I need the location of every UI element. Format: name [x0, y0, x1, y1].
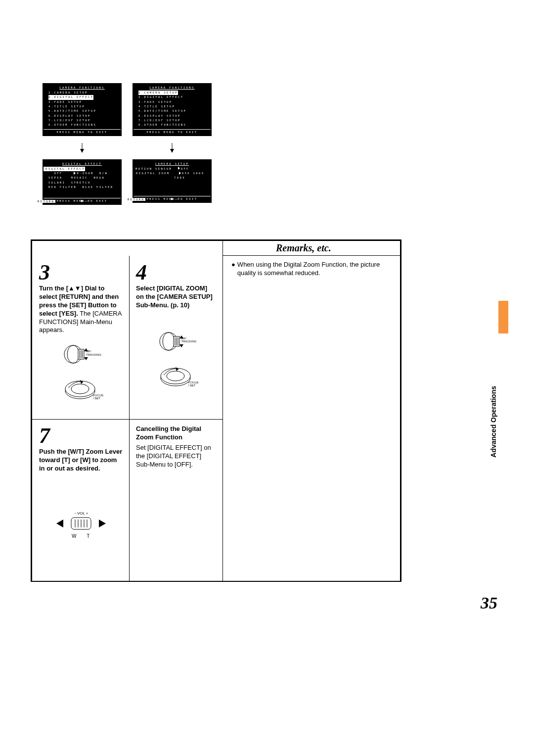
dial-icon: MF/TRACKING [159, 331, 194, 351]
menu-line: 3.FADE SETUP [48, 100, 121, 104]
step-text: Select [DIGITAL ZOOM] on the [CAMERA SET… [136, 284, 217, 310]
svg-marker-28 [56, 520, 63, 527]
main-frame: Remarks, etc. ●When using the Digital Zo… [31, 239, 401, 582]
menu-line: MOTION SENSOR OFF [135, 167, 211, 171]
screen-right-bottom: CAMERA SETUP MOTION SENSOR OFF DIGITAL Z… [133, 159, 212, 203]
menu-line: 2.DIGITAL EFFECT [48, 95, 93, 99]
screen-lines: 1.CAMERA SETUP 2.DIGITAL EFFECT 3.FADE S… [134, 91, 211, 128]
screen-title: CAMERA FUNCTIONS [134, 86, 211, 89]
step-number: 3 [39, 262, 123, 284]
menu-line: RED FILTER BLUE FILTER [45, 185, 121, 189]
menu-line: 700X [135, 176, 211, 180]
screen-left-bottom: DIGITAL EFFECT DIGITAL EFFECT OFF D.ZOOM… [43, 159, 122, 205]
control-illustration: MF/TRACKING FOCUS / SET [136, 331, 217, 388]
menu-line: 1.CAMERA SETUP [48, 91, 121, 95]
screen-title: DIGITAL EFFECT [44, 162, 121, 165]
dial-icon: MF/TRACKING [63, 344, 99, 364]
svg-marker-29 [99, 520, 106, 527]
screen-title: CAMERA FUNCTIONS [44, 86, 121, 89]
svg-point-17 [163, 332, 175, 350]
side-label: Advanced Operations [490, 386, 497, 458]
svg-marker-3 [170, 149, 174, 153]
menu-line: DIGITAL EFFECT [44, 167, 85, 171]
remarks-header: Remarks, etc. [222, 241, 400, 256]
knob-icon: FOCUS / SET [63, 377, 99, 401]
zoom-lever-icon: －VOL＋ W T [56, 512, 106, 539]
dial-label: MF/TRACKING [86, 350, 101, 356]
menu-line: DIGITAL ZOOM 45X 100X [135, 171, 211, 176]
screen-lines: DIGITAL EFFECT OFF D.ZOOM B/W SEPIA MOSA… [44, 167, 121, 190]
step-number: 7 [39, 425, 123, 447]
knob-label: FOCUS / SET [188, 381, 199, 387]
section-tab [498, 301, 508, 333]
divider [222, 241, 223, 582]
step-3: 3 Turn the [▲▼] Dial to select [RETURN] … [32, 256, 129, 401]
screen-footer: PRESS MENU TO EXIT [44, 129, 121, 134]
return-label: RETURN [37, 200, 55, 203]
menu-line: 8.OTHER FUNCTIONS [138, 123, 211, 127]
screen-left-bottom-wrap: DIGITAL EFFECT DIGITAL EFFECT OFF D.ZOOM… [43, 159, 122, 205]
screen-left-top: CAMERA FUNCTIONS 1.CAMERA SETUP 2.DIGITA… [43, 83, 122, 136]
menu-line: 7.LCD/EVF SETUP [138, 118, 211, 123]
knob-icon: FOCUS / SET [159, 364, 194, 388]
menu-line: 4.TITLE SETUP [138, 104, 211, 109]
screen-lines: MOTION SENSOR OFF DIGITAL ZOOM 45X 100X … [134, 167, 211, 181]
remarks-title: Remarks, etc. [276, 242, 331, 254]
cancel-body: Set [DIGITAL EFFECT] on the [DIGITAL EFF… [136, 444, 217, 469]
chevron-right-icon: ▶ ---- [171, 197, 179, 201]
menu-line: 5.DATE/TIME SETUP [138, 109, 211, 113]
svg-marker-1 [80, 149, 84, 153]
menu-line: 7.LCD/EVF SETUP [48, 118, 121, 123]
menu-line: 4.TITLE SETUP [48, 104, 121, 109]
dial-label: MF/TRACKING [181, 337, 197, 343]
screen-right-bottom-wrap: CAMERA SETUP MOTION SENSOR OFF DIGITAL Z… [133, 159, 212, 203]
screen-col-right: CAMERA FUNCTIONS 1.CAMERA SETUP 2.DIGITA… [133, 83, 212, 203]
step-text: Push the [W/T] Zoom Lever toward [T] or … [39, 448, 123, 473]
svg-marker-23 [179, 344, 183, 347]
menu-line: SEPIA MOSAIC NEGA [45, 176, 121, 180]
cancel-title: Cancelling the Digital Zoom Function [136, 425, 217, 442]
cancel-zoom: Cancelling the Digital Zoom Function Set… [129, 419, 222, 469]
screen-lines: 1.CAMERA SETUP 2.DIGITAL EFFECT 3.FADE S… [44, 91, 121, 128]
menu-line: 6.DISPLAY SETUP [138, 114, 211, 118]
screen-title: CAMERA SETUP [134, 162, 211, 165]
menu-line: 6.DISPLAY SETUP [48, 114, 121, 118]
menu-line: 3.FADE SETUP [138, 100, 211, 104]
menu-line: SOLARI STRETCH [45, 181, 121, 185]
chevron-right-icon: ▶ ---- [81, 199, 89, 203]
step-text: Turn the [▲▼] Dial to select [RETURN] an… [39, 284, 123, 334]
menu-line: 8.OTHER FUNCTIONS [48, 123, 121, 127]
page-number: 35 [481, 594, 497, 613]
menu-line: OFF D.ZOOM B/W [45, 171, 121, 176]
screen-col-left: CAMERA FUNCTIONS 1.CAMERA SETUP 2.DIGITA… [43, 83, 122, 205]
menu-line: 2.DIGITAL EFFECT [138, 95, 211, 99]
screen-right-top: CAMERA FUNCTIONS 1.CAMERA SETUP 2.DIGITA… [133, 83, 212, 136]
down-arrow-icon [133, 136, 212, 159]
down-arrow-icon [43, 136, 122, 159]
remarks-body: ●When using the Digital Zoom Function, t… [227, 261, 395, 278]
svg-marker-11 [84, 357, 88, 360]
control-illustration: MF/TRACKING FOCUS / SET [39, 344, 123, 401]
knob-label: FOCUS / SET [93, 394, 103, 400]
screen-footer: PRESS MENU TO EXIT [134, 129, 211, 134]
svg-point-13 [65, 381, 95, 397]
svg-point-25 [161, 368, 190, 384]
svg-point-5 [67, 345, 79, 363]
step-7: 7 Push the [W/T] Zoom Lever toward [T] o… [32, 419, 129, 539]
step-number: 4 [136, 262, 217, 284]
menu-line: 5.DATE/TIME SETUP [48, 109, 121, 113]
wt-labels: W T [56, 533, 106, 539]
return-label: RETURN [127, 198, 145, 201]
menu-line: 1.CAMERA SETUP [138, 91, 178, 95]
step-4: 4 Select [DIGITAL ZOOM] on the [CAMERA S… [129, 256, 222, 388]
